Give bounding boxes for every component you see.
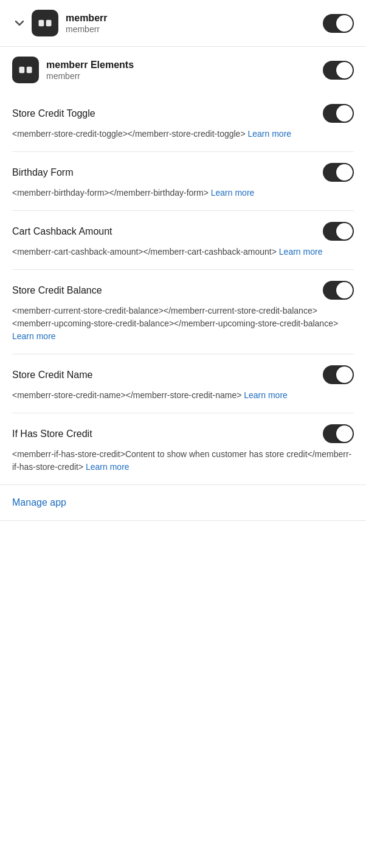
elements-list: Store Credit Toggle <memberr-store-credi… [0, 93, 366, 484]
if-has-store-credit-learn-more[interactable]: Learn more [86, 462, 129, 472]
element-store-credit-toggle-title: Store Credit Toggle [12, 108, 95, 119]
element-cart-cashback-amount: Cart Cashback Amount <memberr-cart-cashb… [12, 210, 354, 269]
memberr-app-icon [32, 10, 58, 36]
memberr-elements-app-info: memberr Elements memberr [46, 59, 323, 81]
element-store-credit-balance: Store Credit Balance <memberr-current-st… [12, 269, 354, 354]
memberr-app-row: memberr memberr [0, 0, 366, 47]
store-credit-toggle-learn-more[interactable]: Learn more [247, 129, 291, 139]
element-if-has-store-credit-title: If Has Store Credit [12, 429, 92, 439]
element-store-credit-name-desc: <memberr-store-credit-name></memberr-sto… [12, 389, 354, 402]
element-store-credit-balance-desc: <memberr-current-store-credit-balance></… [12, 305, 354, 343]
memberr-elements-app-name: memberr Elements [46, 59, 323, 72]
memberr-toggle[interactable] [323, 14, 354, 33]
store-credit-balance-learn-more[interactable]: Learn more [12, 331, 56, 341]
memberr-chevron-down-icon[interactable] [12, 16, 27, 30]
element-if-has-store-credit-header: If Has Store Credit [12, 424, 354, 443]
element-cart-cashback-amount-title: Cart Cashback Amount [12, 226, 112, 237]
birthday-form-learn-more[interactable]: Learn more [211, 188, 255, 198]
if-has-store-credit-toggle[interactable] [323, 424, 354, 443]
memberr-app-sub: memberr [66, 24, 323, 34]
element-birthday-form-header: Birthday Form [12, 163, 354, 182]
element-cart-cashback-amount-header: Cart Cashback Amount [12, 222, 354, 241]
cart-cashback-amount-learn-more[interactable]: Learn more [279, 247, 323, 257]
manage-app-link[interactable]: Manage app [0, 484, 366, 520]
store-credit-name-learn-more[interactable]: Learn more [244, 390, 288, 400]
element-store-credit-name-header: Store Credit Name [12, 365, 354, 384]
svg-rect-2 [19, 67, 25, 74]
memberr-app-name: memberr [66, 12, 323, 25]
element-if-has-store-credit-desc: <memberr-if-has-store-credit>Content to … [12, 448, 354, 474]
element-store-credit-name: Store Credit Name <memberr-store-credit-… [12, 354, 354, 413]
store-credit-balance-toggle[interactable] [323, 281, 354, 300]
element-birthday-form: Birthday Form <memberr-birthday-form></m… [12, 151, 354, 210]
element-store-credit-balance-title: Store Credit Balance [12, 285, 102, 296]
memberr-elements-header: memberr Elements memberr [0, 47, 366, 93]
element-store-credit-toggle: Store Credit Toggle <memberr-store-credi… [12, 93, 354, 151]
memberr-elements-app-icon [12, 57, 39, 83]
element-store-credit-name-title: Store Credit Name [12, 370, 93, 381]
svg-rect-3 [27, 67, 32, 74]
element-cart-cashback-amount-desc: <memberr-cart-cashback-amount></memberr-… [12, 246, 354, 258]
memberr-elements-toggle[interactable] [323, 61, 354, 80]
memberr-elements-section: memberr Elements memberr Store Credit To… [0, 47, 366, 521]
element-birthday-form-title: Birthday Form [12, 167, 73, 178]
element-birthday-form-desc: <memberr-birthday-form></memberr-birthda… [12, 187, 354, 199]
element-if-has-store-credit: If Has Store Credit <memberr-if-has-stor… [12, 413, 354, 484]
memberr-elements-app-sub: memberr [46, 71, 323, 81]
memberr-app-info: memberr memberr [66, 12, 323, 35]
birthday-form-toggle[interactable] [323, 163, 354, 182]
svg-rect-0 [39, 20, 44, 27]
cart-cashback-amount-toggle[interactable] [323, 222, 354, 241]
element-store-credit-toggle-desc: <memberr-store-credit-toggle></memberr-s… [12, 128, 354, 140]
element-store-credit-toggle-header: Store Credit Toggle [12, 104, 354, 123]
store-credit-toggle-toggle[interactable] [323, 104, 354, 123]
element-store-credit-balance-header: Store Credit Balance [12, 281, 354, 300]
store-credit-name-toggle[interactable] [323, 365, 354, 384]
svg-rect-1 [46, 20, 52, 27]
